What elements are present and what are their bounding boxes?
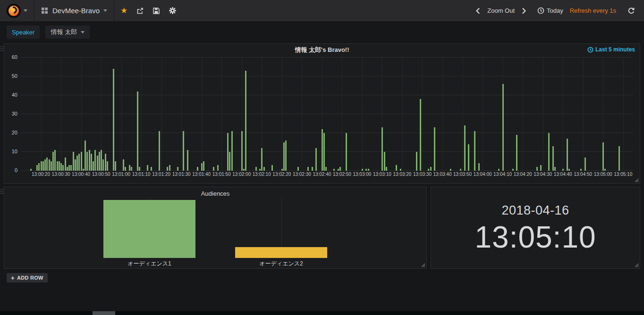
series-bar — [187, 150, 188, 171]
row-drag-handle[interactable] — [0, 189, 4, 194]
series-bar — [51, 161, 52, 171]
series-bar — [38, 163, 40, 171]
series-bar — [44, 159, 46, 171]
series-bar — [512, 169, 514, 171]
series-bar — [261, 148, 263, 171]
star-button[interactable]: ★ — [116, 0, 132, 21]
series-bar — [137, 91, 138, 171]
series-bar — [338, 169, 339, 171]
series-bar — [420, 99, 421, 171]
gridline — [623, 58, 624, 171]
submenu: Speaker 情報 太郎 — [0, 21, 644, 43]
progress-scrubber-handle[interactable] — [93, 311, 115, 315]
series-bar — [99, 152, 100, 171]
speaker-label: Speaker — [12, 29, 34, 36]
today-label: Today — [547, 7, 563, 14]
series-bar — [147, 165, 148, 171]
x-tick-label: 13:02:00 — [232, 172, 251, 177]
series-bar — [125, 167, 126, 171]
series-bar — [271, 165, 273, 171]
x-tick-label: 13:01:00 — [112, 172, 130, 177]
time-range-label: Last 5 minutes — [595, 46, 635, 53]
save-button[interactable] — [148, 0, 164, 21]
time-range-badge[interactable]: Last 5 minutes — [587, 46, 635, 53]
x-tick-label: オーディエンス1 — [127, 260, 171, 268]
series-bar — [325, 167, 327, 171]
panel-bravo-title[interactable]: 情報 太郎's Bravo!! — [295, 46, 349, 54]
series-bar — [83, 169, 84, 171]
series-bar — [54, 150, 56, 171]
share-icon — [136, 7, 144, 15]
refresh-interval-button[interactable]: Refresh every 1s — [567, 0, 619, 21]
series-bar — [285, 141, 287, 171]
refresh-button[interactable] — [624, 0, 638, 21]
grafana-dashboard: DevMee-Bravo ★ — [0, 0, 644, 315]
panel-resize-handle[interactable] — [635, 178, 639, 182]
series-bar — [585, 158, 586, 171]
series-bar — [245, 71, 246, 171]
series-bar — [568, 169, 570, 171]
variable-value-dropdown[interactable]: 情報 太郎 — [45, 25, 90, 39]
series-bar — [255, 167, 257, 171]
series-bar — [167, 167, 168, 171]
series-bar — [498, 169, 500, 171]
gridline: 60 — [21, 57, 633, 58]
dashboard-title-section[interactable]: DevMee-Bravo — [34, 0, 114, 21]
bravo-plot-area[interactable]: 0102030405060 — [21, 58, 633, 171]
grafana-logo-icon[interactable] — [7, 4, 21, 18]
gridline — [583, 58, 584, 171]
series-bar — [416, 152, 417, 171]
navbar: DevMee-Bravo ★ — [0, 0, 644, 21]
series-bar — [580, 169, 582, 171]
series-bar — [115, 161, 116, 171]
series-bar — [307, 167, 309, 171]
y-tick-label: 30 — [12, 111, 17, 116]
series-bar — [333, 169, 335, 171]
series-bar — [159, 131, 160, 171]
series-bar — [400, 169, 401, 171]
x-tick-label: 13:00:30 — [52, 172, 70, 177]
series-bar — [263, 167, 265, 171]
series-bar — [540, 165, 542, 171]
series-bar — [59, 161, 60, 171]
grafana-menu[interactable] — [0, 0, 34, 21]
series-bar — [201, 163, 203, 171]
x-tick-label: 13:04:50 — [574, 172, 592, 177]
x-tick-label: 13:04:20 — [514, 172, 532, 177]
gridline — [442, 58, 443, 171]
series-bar — [36, 165, 38, 171]
chevron-left-icon — [475, 8, 481, 14]
audience-slot — [215, 198, 347, 258]
save-icon — [153, 7, 160, 15]
gridline — [161, 58, 162, 171]
gridline — [141, 58, 142, 171]
row-drag-handle[interactable] — [0, 46, 4, 51]
time-range-button[interactable]: Today — [534, 0, 567, 21]
audience-slot — [84, 198, 215, 258]
panel-resize-handle[interactable] — [421, 263, 425, 267]
series-bar — [229, 152, 230, 171]
series-bar — [123, 159, 124, 171]
settings-button[interactable] — [164, 0, 181, 21]
gridline — [282, 58, 282, 171]
panel-resize-handle[interactable] — [635, 263, 639, 267]
gridline — [523, 58, 523, 171]
series-bar — [151, 167, 152, 171]
zoom-out-button[interactable]: Zoom Out — [484, 0, 518, 21]
share-button[interactable] — [132, 0, 148, 21]
time-shift-forward-button[interactable] — [518, 0, 530, 21]
series-bar — [365, 169, 367, 171]
time-shift-back-button[interactable] — [472, 0, 484, 21]
audiences-plot-area[interactable] — [84, 198, 347, 258]
gridline — [221, 58, 222, 171]
x-tick-label: オーディエンス2 — [259, 260, 303, 268]
dashboard-title[interactable]: DevMee-Bravo — [52, 7, 100, 15]
series-bar — [197, 167, 198, 171]
series-bar — [113, 69, 114, 171]
add-row-button[interactable]: + ADD ROW — [7, 273, 48, 282]
gridline — [61, 58, 61, 171]
panel-audiences-title[interactable]: Audiences — [201, 190, 230, 197]
series-bar — [478, 163, 480, 171]
x-tick-label: 13:02:10 — [253, 172, 271, 177]
gridline — [483, 58, 483, 171]
